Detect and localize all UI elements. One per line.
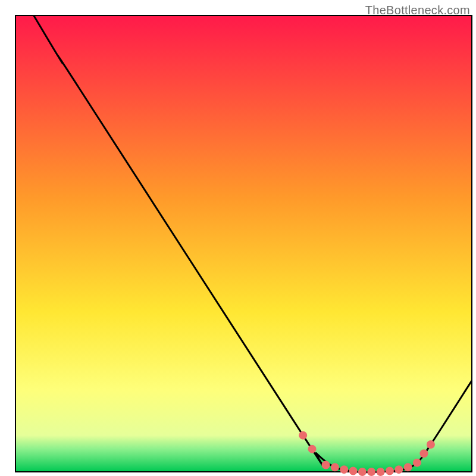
marker-dot [419, 449, 428, 458]
marker-dot [340, 465, 348, 474]
marker-dot [349, 466, 358, 475]
marker-dot [404, 463, 412, 471]
marker-dot [394, 465, 403, 474]
marker-dot [377, 468, 385, 476]
marker-dot [413, 459, 421, 467]
marker-dot [322, 461, 330, 469]
bottleneck-chart: TheBottleneck.com [0, 0, 476, 476]
marker-dot [308, 445, 317, 453]
marker-dot [427, 440, 435, 449]
marker-dot [358, 468, 367, 476]
marker-dot [299, 431, 307, 440]
watermark-text: TheBottleneck.com [365, 4, 470, 17]
chart-svg [0, 0, 476, 476]
marker-dot [386, 466, 394, 475]
marker-dot [331, 463, 339, 471]
plot-background [15, 15, 472, 472]
marker-dot [367, 468, 375, 476]
